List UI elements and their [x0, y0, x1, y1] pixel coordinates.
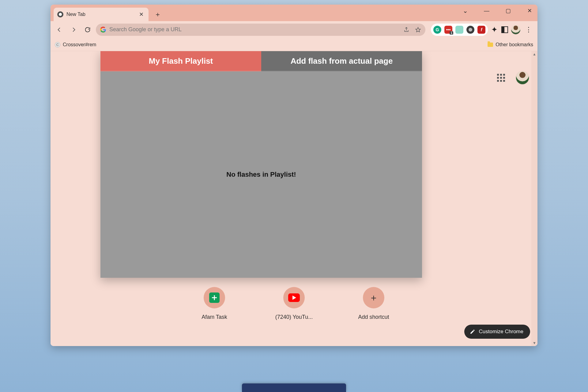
- bookmark-star-icon[interactable]: [415, 27, 421, 33]
- flash-tab-add[interactable]: Add flash from actual page: [261, 51, 422, 71]
- lastpass-extension-icon[interactable]: •••1: [444, 26, 452, 34]
- new-tab-button[interactable]: ＋: [152, 9, 163, 20]
- tab-title: New Tab: [66, 12, 85, 17]
- tab-search-chevron-icon[interactable]: ⌄: [459, 7, 471, 14]
- tab-strip: New Tab ✕ ＋ ⌄ — ▢ ✕: [51, 5, 537, 21]
- profile-avatar-small[interactable]: [511, 25, 520, 34]
- flash-popup-tabs: My Flash Playlist Add flash from actual …: [100, 51, 422, 71]
- chrome-favicon-icon: [57, 11, 63, 17]
- darkmode-extension-icon[interactable]: [466, 26, 474, 34]
- tab-close-button[interactable]: ✕: [138, 10, 145, 19]
- bookmark-favicon-icon: C: [55, 42, 60, 47]
- bookmark-item-crossover[interactable]: C Crossover#rem: [55, 42, 96, 47]
- omnibox-input[interactable]: [109, 26, 400, 33]
- browser-tab[interactable]: New Tab ✕: [54, 8, 149, 21]
- profile-avatar-large[interactable]: [516, 71, 529, 84]
- grammarly-extension-icon[interactable]: G: [433, 26, 441, 34]
- shortcut-circle: [283, 287, 305, 308]
- extensions-puzzle-icon[interactable]: ✦: [490, 26, 498, 34]
- browser-window: New Tab ✕ ＋ ⌄ — ▢ ✕: [51, 5, 537, 346]
- ntp-top-right: [497, 71, 529, 84]
- bookmark-label: Crossover#rem: [63, 42, 96, 47]
- reload-icon: [84, 26, 91, 33]
- shortcut-youtube[interactable]: (7240) YouTu...: [270, 287, 318, 320]
- reload-button[interactable]: [82, 24, 93, 36]
- toolbar: G •••1 f ✦ ⋮: [51, 21, 537, 38]
- ntp-shortcuts: Afam Task (7240) YouTu... ＋ Add shortcut: [51, 287, 537, 320]
- windows-taskbar[interactable]: [0, 383, 588, 392]
- window-controls: ⌄ — ▢ ✕: [459, 7, 536, 14]
- shortcut-circle: [204, 287, 225, 308]
- extensions-area: G •••1 f ✦ ⋮: [431, 24, 534, 36]
- customize-chrome-button[interactable]: Customize Chrome: [464, 325, 530, 339]
- shortcut-afam-task[interactable]: Afam Task: [190, 287, 239, 320]
- plus-icon: ＋: [369, 292, 378, 304]
- folder-icon: [488, 43, 493, 47]
- other-bookmarks-label: Other bookmarks: [496, 42, 533, 47]
- scroll-down-arrow-icon[interactable]: ▼: [531, 340, 537, 346]
- window-minimize-button[interactable]: —: [481, 8, 493, 14]
- arrow-right-icon: [70, 26, 77, 33]
- omnibox[interactable]: [96, 24, 425, 36]
- scroll-up-arrow-icon[interactable]: ▲: [531, 51, 537, 57]
- flash-extension-popup: My Flash Playlist Add flash from actual …: [100, 51, 422, 278]
- youtube-icon: [288, 293, 300, 302]
- bookmarks-bar: C Crossover#rem Other bookmarks: [51, 38, 537, 51]
- flash-player-extension-icon[interactable]: f: [477, 26, 485, 34]
- extension-pill: G •••1 f: [431, 24, 488, 36]
- flash-popup-body: No flashes in Playlist!: [100, 71, 422, 278]
- back-button[interactable]: [54, 24, 65, 36]
- flash-tab-add-label: Add flash from actual page: [291, 56, 393, 66]
- google-g-icon: [100, 27, 106, 33]
- google-sheets-icon: [209, 292, 220, 303]
- share-icon[interactable]: [403, 27, 409, 33]
- shortcut-add[interactable]: ＋ Add shortcut: [349, 287, 398, 320]
- shortcut-circle: ＋: [363, 287, 384, 308]
- side-panel-icon[interactable]: [501, 26, 509, 34]
- window-close-button[interactable]: ✕: [523, 7, 536, 14]
- flash-tab-playlist[interactable]: My Flash Playlist: [100, 51, 261, 71]
- google-apps-grid-icon[interactable]: [497, 74, 505, 82]
- arrow-left-icon: [56, 26, 63, 33]
- shortcut-label: Add shortcut: [349, 314, 398, 320]
- window-maximize-button[interactable]: ▢: [502, 7, 514, 14]
- taskbar-center: [242, 383, 346, 392]
- shortcut-label: Afam Task: [190, 314, 239, 320]
- forward-button[interactable]: [68, 24, 79, 36]
- flash-tab-playlist-label: My Flash Playlist: [149, 56, 213, 66]
- shortcut-label: (7240) YouTu...: [270, 314, 318, 320]
- pencil-icon: [470, 329, 475, 334]
- customize-chrome-label: Customize Chrome: [479, 329, 524, 335]
- reader-extension-icon[interactable]: [455, 26, 463, 34]
- page-content: ▲ ▼ My Flash Playlist Add flash from act…: [51, 51, 537, 346]
- other-bookmarks-folder[interactable]: Other bookmarks: [488, 42, 533, 47]
- flash-empty-message: No flashes in Playlist!: [226, 171, 296, 179]
- chrome-menu-button[interactable]: ⋮: [523, 26, 534, 34]
